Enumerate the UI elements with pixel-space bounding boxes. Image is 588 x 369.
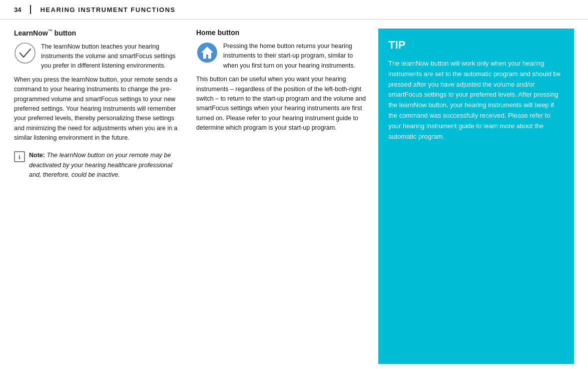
- learnnow-intro-text: The learnNow button teaches your hearing…: [41, 42, 184, 71]
- middle-column: Home button Pressing the home button ret…: [196, 29, 366, 364]
- note-row: i Note: The learnNow button on your remo…: [14, 151, 184, 180]
- checkmark-icon: [14, 42, 36, 64]
- svg-point-0: [15, 43, 35, 63]
- tip-box: TIP The learnNow button will work only w…: [378, 29, 574, 364]
- learnnow-body-text: When you press the learnNow button, your…: [14, 75, 184, 143]
- home-section-title: Home button: [196, 29, 366, 37]
- tip-body-text: The learnNow button will work only when …: [388, 59, 564, 142]
- home-body-text: This button can be useful when you want …: [196, 75, 366, 133]
- header-divider: [30, 5, 31, 14]
- home-icon: [196, 42, 218, 64]
- page-number: 34: [14, 6, 21, 14]
- main-content: LearnNow™ button The learnNow button tea…: [0, 20, 588, 369]
- note-text: Note: The learnNow button on your remote…: [29, 151, 184, 180]
- learnnow-icon-row: The learnNow button teaches your hearing…: [14, 42, 184, 71]
- learnnow-section-title: LearnNow™ button: [14, 29, 184, 37]
- note-info-icon: i: [14, 151, 25, 162]
- svg-text:i: i: [19, 153, 21, 161]
- tip-title: TIP: [388, 39, 564, 52]
- home-intro-text: Pressing the home button returns your he…: [223, 42, 366, 71]
- right-column: TIP The learnNow button will work only w…: [378, 29, 574, 364]
- page-container: 34 HEARING INSTRUMENT FUNCTIONS LearnNow…: [0, 0, 588, 369]
- left-column: LearnNow™ button The learnNow button tea…: [14, 29, 184, 364]
- home-icon-row: Pressing the home button returns your he…: [196, 42, 366, 71]
- header-title: HEARING INSTRUMENT FUNCTIONS: [40, 6, 175, 14]
- page-header: 34 HEARING INSTRUMENT FUNCTIONS: [0, 0, 588, 20]
